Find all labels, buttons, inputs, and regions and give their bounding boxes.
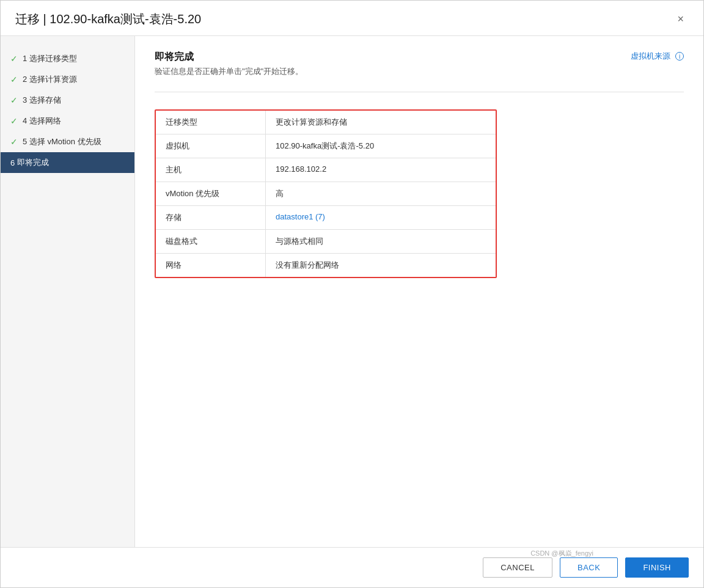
- main-content: 即将完成 验证信息是否正确并单击"完成"开始迁移。 虚拟机来源 i 迁移类型更改…: [135, 36, 703, 547]
- info-icon[interactable]: i: [675, 52, 684, 61]
- sidebar-item-step3[interactable]: ✓3 选择存储: [1, 90, 134, 111]
- step-num: 6: [10, 158, 15, 167]
- info-label: 虚拟机: [156, 134, 266, 158]
- check-icon: ✓: [10, 75, 18, 84]
- sidebar-item-step1[interactable]: ✓1 选择迁移类型: [1, 48, 134, 69]
- info-value: 192.168.102.2: [266, 158, 496, 182]
- divider: [155, 92, 684, 92]
- table-row: 网络没有重新分配网络: [156, 254, 496, 277]
- watermark: CSDN @枫焱_fengyi: [530, 549, 593, 558]
- sidebar-item-label: 1 选择迁移类型: [23, 53, 77, 64]
- info-label: 磁盘格式: [156, 230, 266, 253]
- footer: CANCEL BACK FINISH: [1, 547, 703, 587]
- info-value: 与源格式相同: [266, 230, 496, 253]
- sidebar-item-step6[interactable]: 6 即将完成: [1, 152, 134, 173]
- info-value: 102.90-kafka测试-袁浩-5.20: [266, 134, 496, 158]
- info-label: 网络: [156, 254, 266, 277]
- migration-dialog: 迁移 | 102.90-kafka测试-袁浩-5.20 × ✓1 选择迁移类型✓…: [0, 0, 704, 588]
- info-value: 高: [266, 182, 496, 205]
- sidebar: ✓1 选择迁移类型✓2 选择计算资源✓3 选择存储✓4 选择网络✓5 选择 vM…: [1, 36, 135, 547]
- finish-button[interactable]: FINISH: [625, 557, 689, 578]
- main-header: 即将完成 验证信息是否正确并单击"完成"开始迁移。 虚拟机来源 i: [155, 51, 684, 89]
- dialog-body: ✓1 选择迁移类型✓2 选择计算资源✓3 选择存储✓4 选择网络✓5 选择 vM…: [1, 36, 703, 547]
- info-table: 迁移类型更改计算资源和存储虚拟机102.90-kafka测试-袁浩-5.20主机…: [155, 109, 497, 278]
- sidebar-item-step5[interactable]: ✓5 选择 vMotion 优先级: [1, 131, 134, 152]
- info-value[interactable]: datastore1 (7): [266, 206, 496, 229]
- check-icon: ✓: [10, 54, 18, 64]
- section-title: 即将完成: [155, 51, 303, 64]
- info-label: 迁移类型: [156, 111, 266, 134]
- table-row: 存储datastore1 (7): [156, 206, 496, 230]
- cancel-button[interactable]: CANCEL: [483, 557, 552, 578]
- check-icon: ✓: [10, 116, 18, 126]
- section-info: 即将完成 验证信息是否正确并单击"完成"开始迁移。: [155, 51, 303, 89]
- vm-source-link[interactable]: 虚拟机来源 i: [631, 51, 684, 62]
- table-row: 虚拟机102.90-kafka测试-袁浩-5.20: [156, 134, 496, 158]
- section-subtitle: 验证信息是否正确并单击"完成"开始迁移。: [155, 66, 303, 77]
- table-row: 迁移类型更改计算资源和存储: [156, 111, 496, 134]
- dialog-header: 迁移 | 102.90-kafka测试-袁浩-5.20 ×: [1, 1, 703, 36]
- info-value: 没有重新分配网络: [266, 254, 496, 277]
- back-button[interactable]: BACK: [560, 557, 618, 578]
- table-row: vMotion 优先级高: [156, 182, 496, 206]
- close-button[interactable]: ×: [672, 10, 689, 28]
- table-row: 主机192.168.102.2: [156, 158, 496, 182]
- info-value: 更改计算资源和存储: [266, 111, 496, 134]
- info-label: vMotion 优先级: [156, 182, 266, 205]
- vm-source-label: 虚拟机来源: [631, 51, 670, 62]
- check-icon: ✓: [10, 137, 18, 147]
- sidebar-item-label: 2 选择计算资源: [23, 74, 77, 85]
- table-row: 磁盘格式与源格式相同: [156, 230, 496, 254]
- sidebar-item-step2[interactable]: ✓2 选择计算资源: [1, 69, 134, 90]
- info-label: 存储: [156, 206, 266, 229]
- sidebar-item-label: 5 选择 vMotion 优先级: [23, 136, 101, 147]
- sidebar-item-label: 4 选择网络: [23, 116, 61, 127]
- sidebar-item-step4[interactable]: ✓4 选择网络: [1, 111, 134, 131]
- dialog-title: 迁移 | 102.90-kafka测试-袁浩-5.20: [15, 11, 201, 28]
- sidebar-item-label: 3 选择存储: [23, 95, 61, 106]
- info-label: 主机: [156, 158, 266, 182]
- check-icon: ✓: [10, 95, 18, 105]
- sidebar-item-label: 即将完成: [17, 157, 49, 168]
